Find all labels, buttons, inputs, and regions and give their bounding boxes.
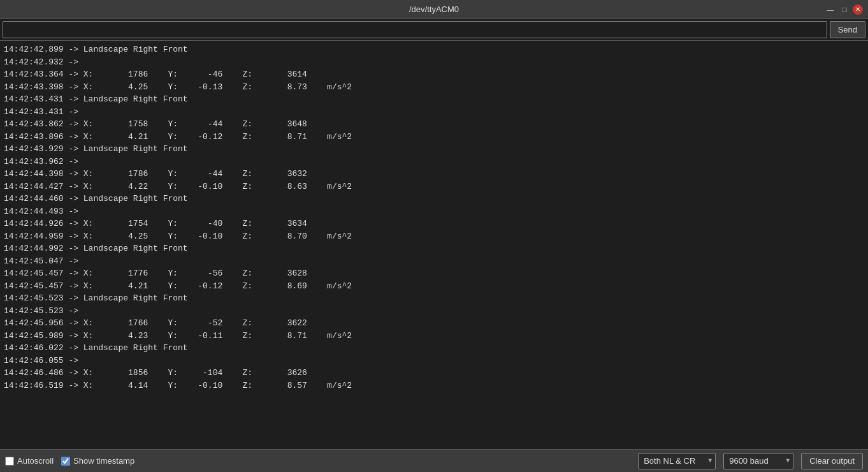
autoscroll-checkbox[interactable] bbox=[5, 457, 14, 466]
send-button[interactable]: Send bbox=[830, 21, 865, 38]
show-timestamp-checkbox[interactable] bbox=[61, 457, 70, 466]
output-area[interactable]: 14:42:42.899 -> Landscape Right Front 14… bbox=[0, 41, 868, 449]
bottom-bar: Autoscroll Show timestamp No line ending… bbox=[0, 449, 868, 472]
maximize-button[interactable]: □ bbox=[839, 4, 850, 15]
baud-rate-wrapper: 300 baud1200 baud2400 baud4800 baud9600 … bbox=[723, 453, 793, 469]
window-title: /dev/ttyACM0 bbox=[409, 4, 459, 14]
line-ending-select[interactable]: No line endingNewlineCarriage returnBoth… bbox=[638, 453, 716, 469]
window-controls: — □ ✕ bbox=[825, 4, 863, 15]
clear-output-button[interactable]: Clear output bbox=[801, 453, 863, 469]
line-ending-wrapper: No line endingNewlineCarriage returnBoth… bbox=[638, 453, 716, 469]
autoscroll-text: Autoscroll bbox=[17, 456, 54, 466]
baud-rate-select[interactable]: 300 baud1200 baud2400 baud4800 baud9600 … bbox=[723, 453, 793, 469]
title-bar: /dev/ttyACM0 — □ ✕ bbox=[0, 0, 868, 19]
autoscroll-label[interactable]: Autoscroll bbox=[5, 456, 54, 466]
show-timestamp-text: Show timestamp bbox=[73, 456, 134, 466]
serial-input[interactable] bbox=[3, 21, 827, 38]
show-timestamp-label[interactable]: Show timestamp bbox=[61, 456, 134, 466]
input-bar: Send bbox=[0, 19, 868, 41]
close-button[interactable]: ✕ bbox=[853, 4, 863, 15]
minimize-button[interactable]: — bbox=[825, 4, 836, 15]
